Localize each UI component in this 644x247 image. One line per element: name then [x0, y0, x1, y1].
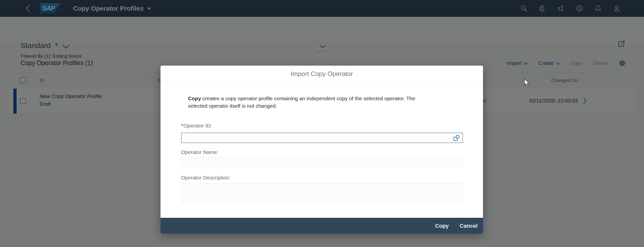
application-window: SAP Copy Operator Profiles ?	[0, 0, 644, 247]
import-copy-operator-dialog: Import Copy Operator Copy creates a copy…	[160, 66, 483, 234]
dialog-footer: Copy Cancel	[160, 218, 483, 234]
value-help-icon[interactable]	[453, 135, 460, 142]
operator-id-input[interactable]	[181, 133, 463, 143]
dialog-copy-button[interactable]: Copy	[435, 223, 449, 229]
dialog-title: Import Copy Operator	[160, 66, 483, 82]
mouse-cursor	[523, 79, 530, 87]
dialog-description: Copy creates a copy operator profile con…	[188, 95, 438, 110]
operator-name-label: Operator Name:	[181, 149, 218, 155]
operator-id-label: *Operator ID:	[181, 123, 212, 129]
operator-name-input	[181, 157, 463, 168]
operator-description-textarea	[181, 183, 463, 203]
required-marker: *	[181, 123, 183, 128]
dialog-cancel-button[interactable]: Cancel	[460, 223, 478, 229]
dialog-description-bold: Copy	[188, 96, 201, 101]
operator-description-label: Operator Description:	[181, 175, 230, 181]
